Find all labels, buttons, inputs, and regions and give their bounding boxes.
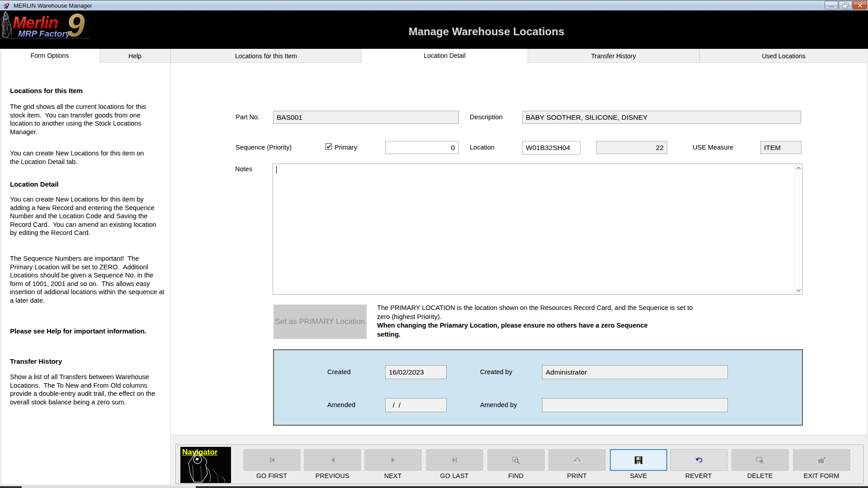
taskbar-edge — [0, 486, 868, 488]
sidebar-heading-locations: Locations for this Item — [10, 87, 172, 95]
sidebar-para-4: The Sequence Numbers are important! The … — [10, 254, 172, 305]
quantity-field[interactable]: 22 — [596, 141, 667, 154]
next-button[interactable] — [364, 449, 422, 471]
navigator-title: Navigator — [182, 448, 217, 457]
previous-icon — [330, 457, 335, 463]
amended-field[interactable]: / / — [385, 398, 447, 412]
go-last-button[interactable] — [426, 449, 483, 471]
delete-icon — [756, 456, 764, 464]
tab-form-options[interactable]: Form Options — [0, 49, 99, 63]
restore-icon — [843, 3, 848, 8]
created-by-label: Created by — [480, 365, 512, 379]
primary-location-warning-text: When changing the Priamary Location, ple… — [377, 321, 730, 339]
sidebar-heading-transfer-history: Transfer History — [10, 357, 172, 366]
set-as-primary-location-button[interactable]: Set as PRIMARY Location — [274, 305, 367, 339]
description-field[interactable]: BABY SOOTHER, SILICONE, DISNEY — [522, 111, 801, 124]
page-title: Manage Warehouse Locations — [170, 25, 802, 38]
merlin-logo: Merlin MRP Factory 9 — [0, 10, 90, 38]
sidebar-para-2: You can create New Locations for this it… — [10, 149, 172, 166]
amended-by-field[interactable] — [542, 398, 728, 412]
amended-label: Amended — [327, 398, 355, 412]
tab-transfer-history[interactable]: Transfer History — [528, 49, 699, 63]
go-first-button[interactable] — [243, 449, 301, 471]
primary-checkbox[interactable] — [326, 143, 332, 150]
text-caret — [276, 166, 277, 174]
window-left-edge — [0, 49, 1, 484]
go-last-icon — [451, 457, 458, 463]
checkmark-icon — [326, 144, 331, 149]
revert-button[interactable] — [670, 449, 727, 471]
app-window: MERLIN Warehouse Manager — [0, 0, 868, 488]
location-field[interactable]: W01B32SH04 — [522, 141, 580, 155]
tab-strip: Form Options Help Locations for this Ite… — [0, 49, 868, 63]
exit-form-button[interactable] — [793, 449, 850, 471]
location-label: Location — [470, 141, 495, 154]
logo-text-mrp-factory: MRP Factory — [18, 29, 70, 38]
use-measure-field[interactable]: ITEM — [760, 141, 802, 154]
print-button[interactable] — [548, 449, 606, 471]
delete-button[interactable] — [731, 449, 789, 471]
notes-field[interactable] — [273, 164, 802, 295]
next-icon — [391, 457, 396, 463]
window-title: MERLIN Warehouse Manager — [14, 0, 92, 11]
tab-used-locations[interactable]: Used Locations — [699, 49, 868, 63]
revert-icon — [695, 457, 703, 463]
description-label: Description — [470, 111, 503, 124]
primary-checkbox-label: Primary — [335, 141, 357, 154]
title-bar: MERLIN Warehouse Manager — [0, 0, 868, 10]
restore-button[interactable] — [839, 1, 852, 9]
taskbar-segment — [22, 486, 196, 488]
amended-by-label: Amended by — [480, 398, 517, 412]
close-button[interactable] — [853, 1, 867, 9]
app-icon — [3, 2, 10, 9]
find-icon — [512, 456, 520, 464]
print-icon — [573, 456, 581, 464]
sidebar-help-panel: Locations for this Item The grid shows a… — [0, 63, 171, 484]
use-measure-label: USE Measure — [693, 141, 733, 154]
sequence-priority-label: Sequence (Priority) — [236, 141, 292, 154]
sidebar-heading-location-detail: Location Detail — [10, 180, 172, 189]
location-detail-panel: Part No. BAS001 Description BABY SOOTHER… — [171, 63, 868, 435]
minimize-icon — [829, 6, 834, 7]
exit-form-icon — [817, 456, 826, 464]
sidebar-para-1: The grid shows all the current locations… — [10, 103, 172, 136]
tab-locations-for-this-item[interactable]: Locations for this Item — [170, 49, 362, 63]
notes-label: Notes — [235, 163, 252, 176]
sidebar-para-5: Show a list of all Transfers between War… — [10, 373, 172, 406]
save-icon — [634, 456, 643, 465]
tab-location-detail[interactable]: Location Detail — [362, 49, 528, 63]
sequence-field[interactable]: 0 — [385, 141, 458, 154]
tab-help[interactable]: Help — [99, 49, 170, 63]
navigator-bar: Navigator GO FIRST PREVIOUS NEXT — [171, 435, 868, 484]
part-no-label: Part No. — [236, 111, 259, 124]
previous-button[interactable] — [304, 449, 361, 471]
go-first-icon — [269, 457, 276, 463]
primary-location-info: The PRIMARY LOCATION is the location sho… — [377, 304, 730, 339]
exit-form-label: EXIT FORM — [785, 472, 858, 479]
find-button[interactable] — [487, 449, 545, 471]
created-label: Created — [327, 365, 351, 379]
minimize-button[interactable] — [825, 1, 838, 9]
notes-scrollbar[interactable] — [794, 164, 802, 294]
part-no-field[interactable]: BAS001 — [273, 111, 459, 124]
audit-panel: Created 16/02/2023 Created by Administra… — [273, 349, 803, 426]
scroll-up-icon[interactable] — [795, 164, 802, 172]
header-banner: Merlin MRP Factory 9 Manage Warehouse Lo… — [0, 10, 868, 49]
created-field[interactable]: 16/02/2023 — [385, 365, 447, 379]
sidebar-para-3: You can create New Locations for this it… — [10, 195, 172, 237]
close-icon — [858, 3, 863, 8]
navigator-panel: Navigator GO FIRST PREVIOUS NEXT — [175, 445, 863, 484]
navigator-image: Navigator — [180, 447, 231, 483]
created-by-field[interactable]: Administrator — [542, 365, 728, 379]
primary-location-info-text: The PRIMARY LOCATION is the location sho… — [377, 304, 730, 321]
sidebar-note-see-help: Please see Help for important informatio… — [10, 327, 172, 336]
logo-text-version: 9 — [66, 10, 85, 38]
save-button[interactable] — [610, 449, 667, 471]
scroll-down-icon[interactable] — [795, 286, 802, 294]
